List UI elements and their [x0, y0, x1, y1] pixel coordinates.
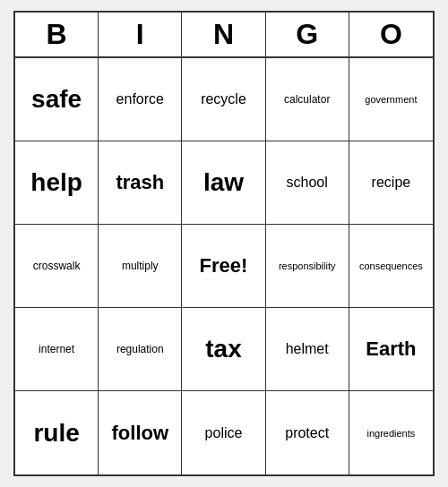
bingo-cell: recipe [349, 141, 433, 225]
cell-text: Free! [200, 254, 248, 278]
bingo-cell: helmet [266, 308, 349, 391]
bingo-cell: rule [15, 391, 99, 474]
cell-text: help [30, 168, 82, 197]
cell-text: Earth [366, 337, 416, 361]
bingo-cell: help [15, 141, 99, 225]
bingo-cell: ingredients [349, 391, 433, 474]
cell-text: calculator [284, 93, 330, 106]
bingo-cell: crosswalk [15, 225, 99, 308]
bingo-cell: consequences [349, 225, 433, 308]
cell-text: crosswalk [33, 260, 81, 272]
bingo-cell: recycle [182, 58, 265, 141]
cell-text: follow [112, 422, 169, 445]
bingo-card: BINGO safeenforcerecyclecalculatorgovern… [13, 11, 435, 476]
header-letter: B [15, 13, 99, 56]
bingo-cell: government [349, 58, 433, 141]
bingo-cell: internet [15, 308, 99, 391]
cell-text: consequences [359, 261, 423, 271]
cell-text: responsibility [279, 261, 336, 271]
bingo-cell: protect [266, 391, 349, 474]
cell-text: school [287, 175, 328, 191]
bingo-cell: multiply [99, 225, 182, 308]
bingo-cell: tax [182, 308, 265, 391]
bingo-cell: responsibility [266, 225, 349, 308]
cell-text: recycle [201, 91, 246, 107]
bingo-cell: school [266, 141, 349, 225]
bingo-cell: Free! [182, 225, 265, 308]
cell-text: helmet [286, 341, 329, 357]
cell-text: internet [39, 343, 74, 355]
bingo-cell: safe [15, 58, 99, 141]
cell-text: enforce [116, 91, 164, 107]
cell-text: rule [33, 419, 79, 448]
cell-text: law [203, 168, 244, 197]
header-letter: I [99, 13, 182, 56]
bingo-cell: Earth [349, 308, 433, 391]
cell-text: regulation [116, 343, 164, 355]
bingo-header: BINGO [15, 13, 433, 58]
cell-text: safe [31, 85, 82, 114]
header-letter: O [349, 13, 433, 56]
bingo-grid: safeenforcerecyclecalculatorgovernmenthe… [15, 58, 433, 474]
cell-text: police [205, 425, 243, 441]
bingo-cell: calculator [266, 58, 349, 141]
bingo-cell: regulation [99, 308, 182, 391]
bingo-cell: trash [99, 141, 182, 225]
cell-text: trash [116, 171, 164, 194]
header-letter: G [266, 13, 349, 56]
cell-text: ingredients [366, 428, 415, 439]
cell-text: protect [285, 425, 329, 441]
bingo-cell: follow [99, 391, 182, 474]
bingo-cell: enforce [99, 58, 182, 141]
header-letter: N [182, 13, 265, 56]
cell-text: tax [205, 335, 241, 363]
cell-text: government [365, 94, 417, 105]
cell-text: multiply [122, 260, 159, 272]
cell-text: recipe [372, 175, 411, 191]
bingo-cell: law [182, 141, 265, 225]
bingo-cell: police [182, 391, 265, 474]
